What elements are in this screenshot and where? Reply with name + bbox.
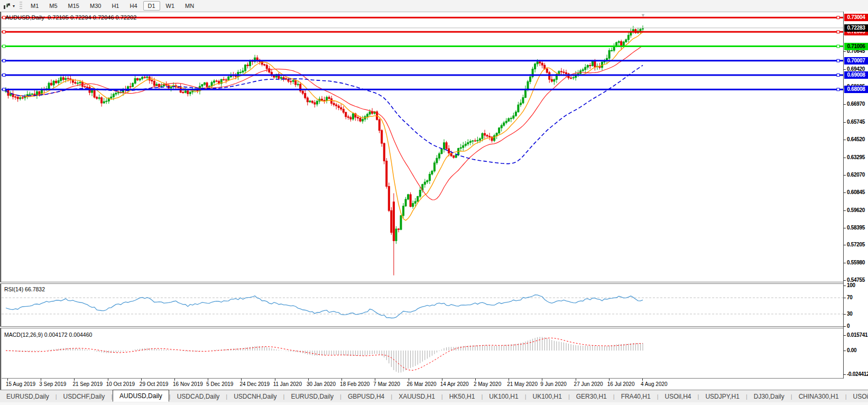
- time-label: 9 Jun 2020: [540, 381, 567, 387]
- macd-indicator-label: MACD(12,26,9) 0.004172 0.004460: [4, 332, 92, 338]
- price-tick-0.57205: 0.57205: [847, 242, 865, 247]
- chart-tab-eurusd-daily[interactable]: EURUSD,Daily: [284, 391, 340, 402]
- rsi-pane-canvas[interactable]: [2, 284, 843, 326]
- chart-tab-china300-h1[interactable]: CHINA300,H1: [792, 391, 845, 402]
- macd-tick-0.00: 0.00: [847, 347, 856, 353]
- time-label: 7 Mar 2020: [373, 381, 400, 387]
- time-label: 21 May 2020: [507, 381, 538, 387]
- chart-tab-uk100-h1[interactable]: UK100,H1: [527, 391, 568, 402]
- chart-tab-usdcnh-daily[interactable]: USDCNH,Daily: [227, 391, 283, 402]
- chart-tab-dj30-daily[interactable]: DJ30,Daily: [747, 391, 791, 402]
- timeframe-button-m30[interactable]: M30: [85, 1, 106, 11]
- chart-tab-usdchf-daily[interactable]: USDCHF,Daily: [57, 391, 112, 402]
- time-label: 2 May 2020: [474, 381, 501, 387]
- time-label: 21 Sep 2019: [72, 381, 103, 387]
- price-tick-0.66970: 0.66970: [847, 101, 865, 107]
- rsi-tick-70-mark: [844, 298, 846, 298]
- time-tick-mark: [341, 379, 342, 381]
- pane-splitter-macd[interactable]: [0, 326, 868, 328]
- time-label: 15 Aug 2019: [6, 381, 35, 387]
- price-tick-0.64520-mark: [844, 140, 846, 140]
- timeframe-button-m15[interactable]: M15: [63, 1, 84, 11]
- time-tick-mark: [174, 379, 175, 381]
- price-tick-0.63295: 0.63295: [847, 154, 865, 160]
- timeframe-button-h4[interactable]: H4: [125, 1, 142, 11]
- timeframe-button-mn[interactable]: MN: [180, 1, 199, 11]
- price-tick-0.54755-mark: [844, 280, 846, 281]
- chart-shift-triangle-icon[interactable]: ▼: [641, 13, 645, 18]
- rsi-tick-30: 30: [847, 311, 853, 317]
- timeframe-button-h1[interactable]: H1: [107, 1, 124, 11]
- chart-tab-gbpusd-h4[interactable]: GBPUSD,H4: [341, 391, 391, 402]
- chart-symbol-label: AUDUSD,Daily: [5, 14, 44, 21]
- macd-tick-0.00-mark: [844, 351, 846, 351]
- chart-tab-usoil-h1[interactable]: USOil,H1: [847, 391, 868, 402]
- timeframe-button-d1[interactable]: D1: [143, 1, 160, 11]
- chart-tab-fra40-h1[interactable]: FRA40,H1: [615, 391, 657, 402]
- chart-tab-eurusd-daily[interactable]: EURUSD,Daily: [0, 391, 56, 402]
- timeframe-button-m1[interactable]: M1: [26, 1, 43, 11]
- price-tick-0.62070: 0.62070: [847, 172, 865, 178]
- chart-title: AUDUSD,Daily 0.72105 0.72294 0.72046 0.7…: [5, 14, 136, 21]
- chart-tab-uk100-h1[interactable]: UK100,H1: [483, 391, 524, 402]
- time-label: 18 Feb 2020: [340, 381, 370, 387]
- pane-splitter-rsi[interactable]: [0, 282, 868, 284]
- level-price-badge-0.71006: 0.71006: [844, 43, 868, 50]
- chart-tab-hk50-h1[interactable]: HK50,H1: [443, 391, 482, 402]
- price-tick-0.69420-mark: [844, 69, 846, 70]
- macd-pane-canvas[interactable]: [2, 328, 843, 378]
- price-axis[interactable]: 0.718700.706450.694200.681950.669700.657…: [843, 12, 868, 379]
- chart-tab-audusd-daily[interactable]: AUDUSD,Daily: [113, 390, 169, 402]
- chart-ohlc-values: 0.72105 0.72294 0.72046 0.72202: [48, 14, 136, 21]
- timeframe-button-m5[interactable]: M5: [44, 1, 62, 11]
- timeframe-buttons: M1M5M15M30H1H4D1W1MN: [25, 1, 199, 11]
- time-label: 10 Oct 2019: [106, 381, 135, 387]
- time-tick-mark: [642, 379, 643, 381]
- macd-tick--0.024412: -0.024412: [847, 371, 868, 377]
- level-price-badge-0.73004: 0.73004: [844, 14, 868, 21]
- rsi-tick-70: 70: [847, 294, 853, 300]
- time-tick-mark: [74, 379, 75, 381]
- time-label: 27 Jun 2020: [574, 381, 603, 387]
- time-tick-mark: [375, 379, 375, 381]
- level-price-badge-0.69008: 0.69008: [844, 71, 868, 79]
- time-label: 26 Mar 2020: [407, 381, 437, 387]
- time-tick-mark: [409, 379, 409, 381]
- dropdown-caret-icon[interactable]: ▾: [13, 4, 15, 8]
- price-tick-0.58395: 0.58395: [847, 225, 865, 231]
- time-tick-mark: [7, 379, 8, 381]
- chart-tab-usdcad-daily[interactable]: USDCAD,Daily: [171, 391, 226, 402]
- rsi-tick-0: 0: [847, 323, 849, 329]
- rsi-tick-100: 100: [847, 282, 855, 288]
- time-label: 30 Jan 2020: [307, 381, 336, 387]
- chart-tab-usoil-h4[interactable]: USOil,H4: [659, 391, 698, 402]
- cursor-tool-icon[interactable]: [2, 2, 12, 10]
- price-tick-0.60845: 0.60845: [847, 189, 865, 195]
- rsi-tick-100-mark: [844, 286, 846, 286]
- rsi-tick-0-mark: [844, 326, 846, 327]
- price-tick-0.58395-mark: [844, 228, 846, 228]
- time-tick-mark: [442, 379, 442, 381]
- time-tick-mark: [41, 379, 41, 381]
- timeframe-button-w1[interactable]: W1: [161, 1, 180, 11]
- macd-tick-0.015741-mark: [844, 335, 846, 336]
- toolbar-grip: [20, 2, 22, 10]
- time-axis[interactable]: 15 Aug 20193 Sep 201921 Sep 201910 Oct 2…: [2, 378, 843, 390]
- time-tick-mark: [609, 379, 610, 381]
- time-label: 24 Dec 2019: [239, 381, 270, 387]
- chart-tab-usdjpy-h1[interactable]: USDJPY,H1: [699, 391, 745, 402]
- price-tick-0.66970-mark: [844, 104, 846, 105]
- time-tick-mark: [108, 379, 108, 381]
- time-label: 16 Nov 2019: [173, 381, 203, 387]
- chart-tab-ger30-h1[interactable]: GER30,H1: [570, 391, 613, 402]
- price-tick-0.63295-mark: [844, 158, 846, 158]
- price-pane-canvas[interactable]: [2, 13, 843, 282]
- rsi-indicator-label: RSI(14) 66.7832: [4, 286, 45, 292]
- level-price-badge-0.70007: 0.70007: [844, 57, 868, 65]
- chart-tab-xauusd-h1[interactable]: XAUUSD,H1: [392, 391, 441, 402]
- price-tick-0.64520: 0.64520: [847, 136, 865, 142]
- rsi-tick-30-mark: [844, 314, 846, 315]
- price-tick-0.55980-mark: [844, 263, 846, 263]
- time-label: 4 Aug 2020: [641, 381, 668, 387]
- time-tick-mark: [576, 379, 576, 381]
